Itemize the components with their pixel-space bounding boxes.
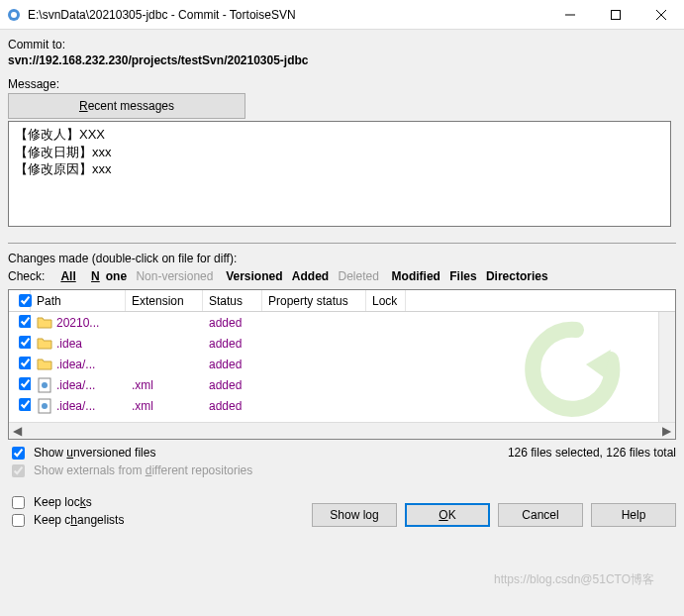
cancel-button[interactable]: Cancel [498, 503, 583, 527]
file-status: added [203, 337, 262, 351]
selection-status: 126 files selected, 126 files total [508, 446, 676, 460]
filter-deleted: Deleted [339, 269, 379, 283]
col-status[interactable]: Status [203, 290, 262, 311]
col-path[interactable]: Path [31, 290, 126, 311]
separator [8, 243, 676, 244]
filter-files[interactable]: Files [449, 269, 476, 283]
file-path: .idea/... [56, 378, 95, 392]
message-label: Message: [8, 77, 676, 91]
commit-to-label: Commit to: [8, 38, 676, 51]
commit-message-textarea[interactable]: 【修改人】XXX【修改日期】xxx【修改原因】xxx [8, 121, 671, 227]
ok-button[interactable]: OK [405, 503, 490, 527]
minimize-button[interactable] [547, 0, 593, 30]
table-row[interactable]: .ideaadded [9, 333, 658, 354]
changes-label: Changes made (double-click on file for d… [8, 252, 676, 265]
file-status: added [203, 399, 262, 413]
file-ext: .xml [126, 378, 203, 392]
filter-all[interactable]: All [60, 269, 81, 283]
filter-directories[interactable]: Directories [486, 269, 548, 283]
row-checkbox[interactable] [19, 315, 31, 328]
commit-url: svn://192.168.232.230/projects/testSvn/2… [8, 53, 676, 67]
file-path: .idea [56, 337, 82, 351]
scroll-left-icon[interactable]: ◀ [9, 423, 26, 440]
grid-header: Path Extension Status Property status Lo… [9, 290, 675, 312]
window-title: E:\svnData\20210305-jdbc - Commit - Tort… [28, 8, 547, 22]
row-checkbox[interactable] [19, 398, 31, 411]
show-unversioned-checkbox[interactable]: Show unversioned files [8, 446, 252, 460]
row-checkbox[interactable] [19, 336, 31, 349]
table-row[interactable]: .idea/....xmladded [9, 395, 658, 416]
col-property-status[interactable]: Property status [262, 290, 366, 311]
row-checkbox[interactable] [19, 377, 31, 390]
file-path: .idea/... [56, 399, 95, 413]
svg-point-7 [42, 382, 48, 388]
show-externals-checkbox: Show externals from different repositori… [8, 463, 252, 477]
check-label: Check: [8, 269, 45, 283]
filter-none[interactable]: None [91, 269, 127, 283]
scroll-right-icon[interactable]: ▶ [658, 423, 675, 440]
app-icon [6, 7, 22, 23]
svg-point-1 [11, 12, 17, 18]
keep-changelists-checkbox[interactable]: Keep changelists [8, 513, 124, 527]
filter-nonversioned: Non-versioned [136, 269, 213, 283]
recent-messages-button[interactable]: Recent messages [8, 93, 245, 119]
table-row[interactable]: .idea/...added [9, 354, 658, 374]
titlebar: E:\svnData\20210305-jdbc - Commit - Tort… [0, 0, 684, 30]
file-path: 20210... [56, 316, 99, 330]
file-ext: .xml [126, 399, 203, 413]
check-filters: Check: All None Non-versioned Versioned … [8, 269, 676, 283]
vertical-scrollbar[interactable] [658, 312, 675, 422]
filter-modified[interactable]: Modified [392, 269, 440, 283]
watermark-text: https://blog.csdn@51CTO博客 [494, 571, 654, 588]
horizontal-scrollbar[interactable]: ◀ ▶ [9, 422, 675, 439]
close-button[interactable] [638, 0, 684, 30]
filter-versioned[interactable]: Versioned [226, 269, 282, 283]
filter-added[interactable]: Added [292, 269, 329, 283]
file-path: .idea/... [56, 358, 95, 371]
keep-locks-checkbox[interactable]: Keep locks [8, 495, 124, 509]
col-extension[interactable]: Extension [126, 290, 203, 311]
show-log-button[interactable]: Show log [312, 503, 397, 527]
file-status: added [203, 378, 262, 392]
row-checkbox[interactable] [19, 357, 31, 369]
file-status: added [203, 358, 262, 371]
svg-rect-3 [612, 10, 621, 19]
table-row[interactable]: 20210...added [9, 312, 658, 333]
table-row[interactable]: .idea/....xmladded [9, 374, 658, 395]
svg-point-9 [42, 403, 48, 409]
maximize-button[interactable] [593, 0, 638, 30]
help-button[interactable]: Help [591, 503, 676, 527]
file-list[interactable]: Path Extension Status Property status Lo… [8, 289, 676, 440]
col-lock[interactable]: Lock [366, 290, 406, 311]
file-status: added [203, 316, 262, 330]
